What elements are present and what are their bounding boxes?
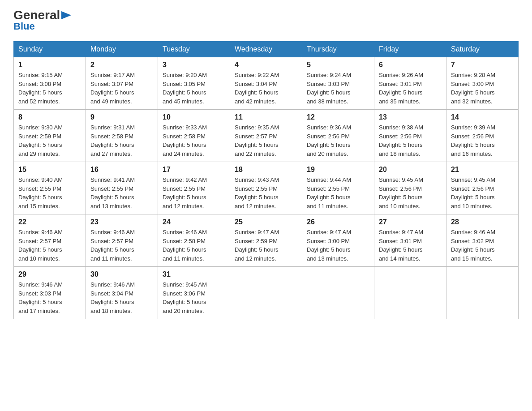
calendar-table: SundayMondayTuesdayWednesdayThursdayFrid… xyxy=(13,41,519,319)
day-number: 5 xyxy=(307,61,369,69)
calendar-cell: 25Sunrise: 9:47 AM Sunset: 2:59 PM Dayli… xyxy=(230,214,302,267)
calendar-cell: 12Sunrise: 9:36 AM Sunset: 2:56 PM Dayli… xyxy=(302,110,374,162)
day-info: Sunrise: 9:35 AM Sunset: 2:57 PM Dayligh… xyxy=(235,123,297,158)
day-info: Sunrise: 9:44 AM Sunset: 2:55 PM Dayligh… xyxy=(307,176,369,210)
day-number: 11 xyxy=(235,113,297,121)
day-number: 17 xyxy=(163,166,225,174)
day-number: 12 xyxy=(307,113,369,121)
calendar-cell xyxy=(302,267,374,319)
day-info: Sunrise: 9:46 AM Sunset: 3:04 PM Dayligh… xyxy=(90,280,153,315)
logo-blue-text: Blue xyxy=(13,21,35,32)
day-info: Sunrise: 9:46 AM Sunset: 3:02 PM Dayligh… xyxy=(451,228,514,263)
day-info: Sunrise: 9:46 AM Sunset: 2:57 PM Dayligh… xyxy=(90,228,153,263)
day-number: 22 xyxy=(18,218,81,226)
day-number: 15 xyxy=(18,166,81,174)
day-number: 29 xyxy=(18,270,81,278)
day-number: 27 xyxy=(379,218,442,226)
calendar-week-row: 22Sunrise: 9:46 AM Sunset: 2:57 PM Dayli… xyxy=(14,214,519,267)
calendar-cell: 2Sunrise: 9:17 AM Sunset: 3:07 PM Daylig… xyxy=(86,57,158,110)
calendar-cell: 11Sunrise: 9:35 AM Sunset: 2:57 PM Dayli… xyxy=(230,110,302,162)
day-number: 26 xyxy=(307,218,369,226)
calendar-cell: 6Sunrise: 9:26 AM Sunset: 3:01 PM Daylig… xyxy=(374,57,446,110)
calendar-cell: 5Sunrise: 9:24 AM Sunset: 3:03 PM Daylig… xyxy=(302,57,374,110)
calendar-cell: 29Sunrise: 9:46 AM Sunset: 3:03 PM Dayli… xyxy=(14,267,86,319)
day-number: 13 xyxy=(379,113,442,121)
day-info: Sunrise: 9:45 AM Sunset: 3:06 PM Dayligh… xyxy=(163,280,225,315)
day-number: 24 xyxy=(163,218,225,226)
day-info: Sunrise: 9:24 AM Sunset: 3:03 PM Dayligh… xyxy=(307,71,369,106)
calendar-cell: 23Sunrise: 9:46 AM Sunset: 2:57 PM Dayli… xyxy=(86,214,158,267)
day-info: Sunrise: 9:22 AM Sunset: 3:04 PM Dayligh… xyxy=(235,71,297,106)
day-number: 4 xyxy=(235,61,297,69)
calendar-cell: 26Sunrise: 9:47 AM Sunset: 3:00 PM Dayli… xyxy=(302,214,374,267)
calendar-cell: 13Sunrise: 9:38 AM Sunset: 2:56 PM Dayli… xyxy=(374,110,446,162)
day-info: Sunrise: 9:47 AM Sunset: 2:59 PM Dayligh… xyxy=(235,228,297,263)
day-number: 30 xyxy=(90,270,153,278)
day-info: Sunrise: 9:41 AM Sunset: 2:55 PM Dayligh… xyxy=(90,176,153,210)
day-number: 28 xyxy=(451,218,514,226)
calendar-cell: 21Sunrise: 9:45 AM Sunset: 2:56 PM Dayli… xyxy=(446,162,519,214)
day-info: Sunrise: 9:46 AM Sunset: 2:58 PM Dayligh… xyxy=(163,228,225,263)
day-info: Sunrise: 9:47 AM Sunset: 3:00 PM Dayligh… xyxy=(307,228,369,263)
calendar-header-wednesday: Wednesday xyxy=(230,42,302,57)
calendar-header-monday: Monday xyxy=(86,42,158,57)
day-info: Sunrise: 9:33 AM Sunset: 2:58 PM Dayligh… xyxy=(163,123,225,158)
day-number: 6 xyxy=(379,61,442,69)
calendar-week-row: 1Sunrise: 9:15 AM Sunset: 3:08 PM Daylig… xyxy=(14,57,519,110)
day-info: Sunrise: 9:43 AM Sunset: 2:55 PM Dayligh… xyxy=(235,176,297,210)
day-info: Sunrise: 9:47 AM Sunset: 3:01 PM Dayligh… xyxy=(379,228,442,263)
calendar-cell: 27Sunrise: 9:47 AM Sunset: 3:01 PM Dayli… xyxy=(374,214,446,267)
day-number: 1 xyxy=(18,61,81,69)
day-number: 19 xyxy=(307,166,369,174)
calendar-cell: 10Sunrise: 9:33 AM Sunset: 2:58 PM Dayli… xyxy=(158,110,230,162)
calendar-header-tuesday: Tuesday xyxy=(158,42,230,57)
calendar-header-friday: Friday xyxy=(374,42,446,57)
calendar-header-row: SundayMondayTuesdayWednesdayThursdayFrid… xyxy=(14,42,519,57)
calendar-cell: 9Sunrise: 9:31 AM Sunset: 2:58 PM Daylig… xyxy=(86,110,158,162)
logo-triangle-icon xyxy=(61,11,71,19)
day-number: 7 xyxy=(451,61,514,69)
day-info: Sunrise: 9:30 AM Sunset: 2:59 PM Dayligh… xyxy=(18,123,81,158)
day-number: 31 xyxy=(163,270,225,278)
day-number: 14 xyxy=(451,113,514,121)
day-number: 3 xyxy=(163,61,225,69)
day-info: Sunrise: 9:36 AM Sunset: 2:56 PM Dayligh… xyxy=(307,123,369,158)
calendar-week-row: 8Sunrise: 9:30 AM Sunset: 2:59 PM Daylig… xyxy=(14,110,519,162)
day-info: Sunrise: 9:45 AM Sunset: 2:56 PM Dayligh… xyxy=(379,176,442,210)
calendar-cell: 3Sunrise: 9:20 AM Sunset: 3:05 PM Daylig… xyxy=(158,57,230,110)
day-number: 21 xyxy=(451,166,514,174)
calendar-cell xyxy=(230,267,302,319)
day-info: Sunrise: 9:39 AM Sunset: 2:56 PM Dayligh… xyxy=(451,123,514,158)
calendar-cell: 16Sunrise: 9:41 AM Sunset: 2:55 PM Dayli… xyxy=(86,162,158,214)
calendar-header-thursday: Thursday xyxy=(302,42,374,57)
day-number: 25 xyxy=(235,218,297,226)
day-number: 23 xyxy=(90,218,153,226)
calendar-cell: 24Sunrise: 9:46 AM Sunset: 2:58 PM Dayli… xyxy=(158,214,230,267)
calendar-header-saturday: Saturday xyxy=(446,42,519,57)
calendar-cell: 1Sunrise: 9:15 AM Sunset: 3:08 PM Daylig… xyxy=(14,57,86,110)
calendar-cell xyxy=(446,267,519,319)
day-number: 10 xyxy=(163,113,225,121)
page-header: General Blue xyxy=(13,9,519,32)
day-info: Sunrise: 9:31 AM Sunset: 2:58 PM Dayligh… xyxy=(90,123,153,158)
calendar-cell: 20Sunrise: 9:45 AM Sunset: 2:56 PM Dayli… xyxy=(374,162,446,214)
day-number: 8 xyxy=(18,113,81,121)
calendar-cell: 15Sunrise: 9:40 AM Sunset: 2:55 PM Dayli… xyxy=(14,162,86,214)
calendar-cell: 30Sunrise: 9:46 AM Sunset: 3:04 PM Dayli… xyxy=(86,267,158,319)
day-number: 9 xyxy=(90,113,153,121)
day-number: 2 xyxy=(90,61,153,69)
day-info: Sunrise: 9:20 AM Sunset: 3:05 PM Dayligh… xyxy=(163,71,225,106)
day-number: 18 xyxy=(235,166,297,174)
calendar-header-sunday: Sunday xyxy=(14,42,86,57)
calendar-cell: 22Sunrise: 9:46 AM Sunset: 2:57 PM Dayli… xyxy=(14,214,86,267)
day-info: Sunrise: 9:45 AM Sunset: 2:56 PM Dayligh… xyxy=(451,176,514,210)
logo: General Blue xyxy=(13,9,71,32)
calendar-cell: 28Sunrise: 9:46 AM Sunset: 3:02 PM Dayli… xyxy=(446,214,519,267)
day-info: Sunrise: 9:40 AM Sunset: 2:55 PM Dayligh… xyxy=(18,176,81,210)
day-info: Sunrise: 9:26 AM Sunset: 3:01 PM Dayligh… xyxy=(379,71,442,106)
calendar-cell: 31Sunrise: 9:45 AM Sunset: 3:06 PM Dayli… xyxy=(158,267,230,319)
day-number: 16 xyxy=(90,166,153,174)
day-info: Sunrise: 9:46 AM Sunset: 3:03 PM Dayligh… xyxy=(18,280,81,315)
calendar-cell: 7Sunrise: 9:28 AM Sunset: 3:00 PM Daylig… xyxy=(446,57,519,110)
calendar-week-row: 15Sunrise: 9:40 AM Sunset: 2:55 PM Dayli… xyxy=(14,162,519,214)
